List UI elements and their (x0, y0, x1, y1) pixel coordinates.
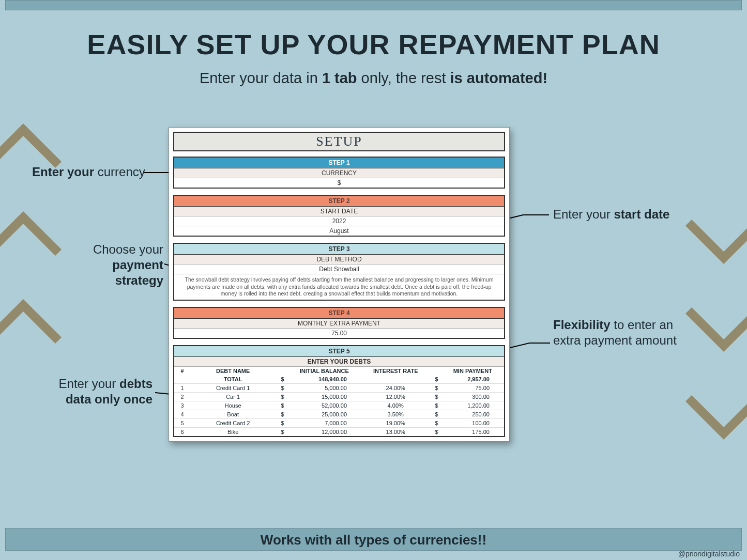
step5-block: STEP 5 ENTER YOUR DEBTS # DEBT NAME INIT… (173, 345, 505, 437)
step3-value: Debt Snowball (174, 265, 504, 274)
total-label: TOTAL (190, 375, 276, 384)
step1-label: CURRENCY (174, 168, 504, 178)
bottom-banner: Works with all types of currencies!! (5, 528, 742, 551)
sheet-title: SETUP (173, 132, 505, 151)
step2-block: STEP 2 START DATE 2022 August (173, 195, 505, 237)
step2-header: STEP 2 (174, 196, 504, 207)
total-balance: 148,940.00 (287, 375, 361, 384)
step2-year: 2022 (174, 216, 504, 226)
step5-subheader: ENTER YOUR DEBTS (174, 357, 504, 367)
step1-header: STEP 1 (174, 158, 504, 168)
chevron-column-right (680, 196, 747, 460)
step2-label: START DATE (174, 207, 504, 216)
callout-extra: Flexibility to enter an extra payment am… (553, 317, 688, 348)
col-idx: # (174, 367, 190, 375)
step1-value: $ (174, 178, 504, 188)
chevron-down-icon (680, 372, 747, 460)
callout-startdate: Enter your start date (553, 207, 672, 222)
step4-header: STEP 4 (174, 308, 504, 319)
chevron-up-icon (0, 191, 67, 279)
headline: EASILY SET UP YOUR REPAYMENT PLAN (0, 28, 747, 60)
social-handle: @prioridigitalstudio (678, 550, 740, 558)
step4-value: 75.00 (174, 329, 504, 338)
callout-debts: Enter your debts data only once (44, 376, 153, 407)
subheadline: Enter your data in 1 tab only, the rest … (0, 70, 747, 87)
table-row: 4Boat$25,000.003.50%$250.00 (174, 410, 504, 418)
col-min: MIN PAYMENT (441, 367, 504, 375)
table-row: 1Credit Card 1$5,000.0024.00%$75.00 (174, 383, 504, 392)
debts-table: # DEBT NAME INITIAL BALANCE INTEREST RAT… (174, 367, 504, 436)
col-rate: INTEREST RATE (361, 367, 430, 375)
table-row: 2Car 1$15,000.0012.00%$300.00 (174, 392, 504, 401)
table-row: 6Bike$12,000.0013.00%$175.00 (174, 427, 504, 436)
chevron-down-icon (680, 284, 747, 372)
spreadsheet-screenshot: SETUP STEP 1 CURRENCY $ STEP 2 START DAT… (169, 127, 510, 442)
chevron-column-left (0, 103, 67, 367)
step2-month: August (174, 226, 504, 236)
callout-currency: Enter your currency (32, 164, 145, 180)
step4-block: STEP 4 MONTHLY EXTRA PAYMENT 75.00 (173, 307, 505, 339)
step1-block: STEP 1 CURRENCY $ (173, 157, 505, 189)
step4-label: MONTHLY EXTRA PAYMENT (174, 319, 504, 329)
col-name: DEBT NAME (190, 367, 276, 375)
step3-label: DEBT METHOD (174, 255, 504, 265)
top-accent-bar (5, 0, 742, 10)
step3-block: STEP 3 DEBT METHOD Debt Snowball The sno… (173, 243, 505, 301)
step3-header: STEP 3 (174, 244, 504, 255)
table-row: 3House$52,000.004.00%$1,200.00 (174, 401, 504, 410)
headline-text: EASILY SET UP YOUR REPAYMENT PLAN (0, 28, 747, 60)
chevron-up-icon (0, 279, 67, 367)
callout-strategy: Choose yourpayment strategy (65, 242, 163, 288)
chevron-down-icon (680, 196, 747, 284)
step5-header: STEP 5 (174, 346, 504, 357)
total-min: 2,957.00 (441, 375, 504, 384)
col-balance: INITIAL BALANCE (287, 367, 361, 375)
step3-description: The snowball debt strategy involves payi… (174, 274, 504, 300)
table-row: 5Credit Card 2$7,000.0019.00%$100.00 (174, 418, 504, 427)
